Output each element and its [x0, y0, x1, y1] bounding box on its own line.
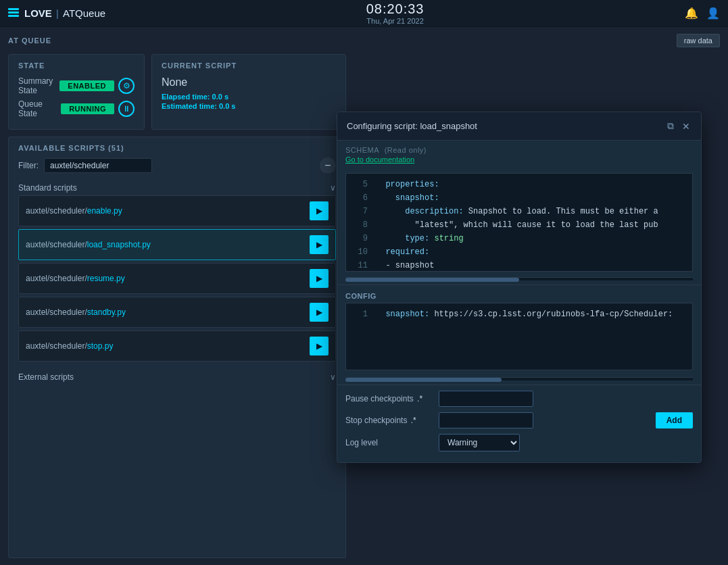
- modal-header-buttons: ⧉ ✕: [666, 119, 691, 133]
- logo-separator: |: [56, 7, 59, 19]
- code-line: 1 snapshot: https://s3.cp.lsst.org/rubin…: [346, 308, 692, 321]
- state-section: STATE Summary State ENABLED ⚙ Queue Stat…: [8, 54, 145, 130]
- clock-display: 08:20:33: [366, 1, 424, 17]
- script-name-stop: auxtel/scheduler/stop.py: [26, 341, 113, 351]
- script-play-enable[interactable]: ▶: [310, 201, 329, 220]
- schema-title: SCHEMA (Read only): [345, 146, 693, 154]
- script-name-load-snapshot: auxtel/scheduler/load_snapshot.py: [26, 240, 151, 249]
- top-row: STATE Summary State ENABLED ⚙ Queue Stat…: [8, 54, 346, 130]
- date-display: Thu, Apr 21 2022: [366, 17, 424, 25]
- pause-checkpoints-input[interactable]: [439, 391, 533, 407]
- current-script-name: None: [162, 76, 336, 89]
- queue-state-badge: RUNNING: [61, 103, 114, 114]
- filter-row: Filter: −: [18, 157, 336, 174]
- form-section: Pause checkpoints .* Stop checkpoints .*…: [337, 385, 701, 462]
- stop-checkpoints-label: Stop checkpoints .*: [345, 416, 433, 425]
- config-title: CONFIG: [345, 288, 693, 300]
- schema-section: SCHEMA (Read only) Go to documentation: [337, 141, 701, 173]
- script-item[interactable]: auxtel/scheduler/stop.py ▶: [18, 330, 336, 362]
- add-button[interactable]: Add: [656, 412, 693, 428]
- modal-container: Configuring script: load_snapshot ⧉ ✕ SC…: [337, 112, 705, 463]
- left-panel: STATE Summary State ENABLED ⚙ Queue Stat…: [8, 54, 346, 558]
- standard-scripts-label: Standard scripts: [18, 183, 77, 193]
- pause-checkpoints-row: Pause checkpoints .*: [345, 391, 693, 407]
- log-level-label: Log level: [345, 438, 433, 447]
- app-logo: LOVE | ATQueue: [24, 7, 105, 19]
- stop-checkpoints-row: Stop checkpoints .* Add: [345, 412, 693, 428]
- code-line: 9 type: string: [346, 232, 692, 245]
- modal-copy-button[interactable]: ⧉: [666, 119, 675, 133]
- available-scripts-section: AVAILABLE SCRIPTS (51) Filter: − Standar…: [8, 137, 346, 558]
- filter-input[interactable]: [44, 158, 152, 173]
- script-item[interactable]: auxtel/scheduler/enable.py ▶: [18, 195, 336, 226]
- app-name: ATQueue: [63, 7, 105, 19]
- bell-icon[interactable]: 🔔: [685, 7, 698, 20]
- code-line: 6 snapshot:: [346, 191, 692, 205]
- script-name-resume: auxtel/scheduler/resume.py: [26, 274, 125, 283]
- configure-script-modal: Configuring script: load_snapshot ⧉ ✕ SC…: [337, 112, 702, 463]
- topbar-right: 🔔 👤: [685, 7, 720, 20]
- code-line: 7 description: Snapshot to load. This mu…: [346, 205, 692, 218]
- current-script-title: CURRENT SCRIPT: [162, 62, 336, 70]
- code-line: 11 - snapshot: [346, 259, 692, 272]
- queue-state-pause-button[interactable]: ⏸: [118, 101, 135, 117]
- scripts-header: AVAILABLE SCRIPTS (51): [18, 144, 336, 152]
- state-title: STATE: [18, 62, 135, 70]
- external-scripts-group: External scripts ∨: [18, 370, 336, 385]
- schema-scrollbar[interactable]: [345, 277, 693, 280]
- topbar-center: 08:20:33 Thu, Apr 21 2022: [366, 1, 424, 25]
- topbar: LOVE | ATQueue 08:20:33 Thu, Apr 21 2022…: [0, 0, 728, 27]
- code-line: 5 properties:: [346, 178, 692, 191]
- standard-scripts-group: Standard scripts ∨ auxtel/scheduler/enab…: [18, 180, 336, 364]
- external-scripts-header[interactable]: External scripts ∨: [18, 370, 336, 385]
- summary-state-controls: ENABLED ⚙: [59, 78, 135, 94]
- standard-scripts-chevron: ∨: [330, 183, 336, 193]
- summary-state-badge: ENABLED: [59, 80, 114, 91]
- script-item[interactable]: auxtel/scheduler/load_snapshot.py ▶: [18, 229, 336, 260]
- queue-state-controls: RUNNING ⏸: [61, 101, 135, 117]
- summary-state-settings-button[interactable]: ⚙: [118, 78, 135, 94]
- script-play-resume[interactable]: ▶: [310, 269, 329, 288]
- hamburger-icon[interactable]: [8, 8, 19, 19]
- topbar-left: LOVE | ATQueue: [8, 7, 105, 19]
- script-play-stop[interactable]: ▶: [310, 337, 329, 355]
- collapse-button[interactable]: −: [320, 157, 336, 174]
- elapsed-time: Elapsed time: 0.0 s: [162, 93, 336, 101]
- schema-docs-link[interactable]: Go to documentation: [345, 155, 693, 164]
- schema-code-editor[interactable]: 5 properties: 6 snapshot: 7 description:…: [345, 173, 693, 272]
- external-scripts-chevron: ∨: [330, 372, 336, 382]
- summary-state-label: Summary State: [18, 76, 59, 95]
- script-name-standby: auxtel/scheduler/standby.py: [26, 308, 126, 317]
- script-play-standby[interactable]: ▶: [310, 303, 329, 322]
- pause-checkpoints-label: Pause checkpoints .*: [345, 394, 433, 403]
- estimated-time: Estimated time: 0.0 s: [162, 102, 336, 110]
- available-scripts-title: AVAILABLE SCRIPTS (51): [18, 144, 124, 152]
- modal-close-button[interactable]: ✕: [681, 120, 691, 133]
- filter-label: Filter:: [18, 161, 39, 170]
- modal-header: Configuring script: load_snapshot ⧉ ✕: [337, 112, 701, 141]
- at-queue-header: AT QUEUE raw data: [8, 34, 720, 47]
- code-line: 8 "latest", which will cause it to load …: [346, 218, 692, 232]
- standard-scripts-header[interactable]: Standard scripts ∨: [18, 180, 336, 195]
- current-script-section: CURRENT SCRIPT None Elapsed time: 0.0 s …: [151, 54, 346, 130]
- external-scripts-label: External scripts: [18, 372, 74, 382]
- at-queue-title: AT QUEUE: [8, 36, 51, 45]
- logo-text: LOVE: [24, 7, 52, 19]
- user-icon[interactable]: 👤: [706, 7, 720, 20]
- script-name-enable: auxtel/scheduler/enable.py: [26, 206, 122, 216]
- script-item[interactable]: auxtel/scheduler/resume.py ▶: [18, 263, 336, 294]
- script-item[interactable]: auxtel/scheduler/standby.py ▶: [18, 297, 336, 328]
- queue-state-label: Queue State: [18, 99, 61, 118]
- log-level-select[interactable]: Debug Info Warning Error: [439, 434, 520, 451]
- config-scrollbar[interactable]: [345, 377, 693, 380]
- code-line: 10 required:: [346, 245, 692, 259]
- script-play-load-snapshot[interactable]: ▶: [310, 235, 329, 254]
- modal-title: Configuring script: load_snapshot: [347, 121, 477, 131]
- modal-body: SCHEMA (Read only) Go to documentation 5…: [337, 141, 701, 462]
- raw-data-button[interactable]: raw data: [677, 34, 720, 47]
- stop-checkpoints-input[interactable]: [439, 412, 533, 428]
- summary-state-row: Summary State ENABLED ⚙: [18, 76, 135, 95]
- log-level-row: Log level Debug Info Warning Error: [345, 434, 693, 451]
- config-section: CONFIG 1 snapshot: https://s3.cp.lsst.or…: [337, 285, 701, 377]
- config-code-editor[interactable]: 1 snapshot: https://s3.cp.lsst.org/rubin…: [345, 303, 693, 370]
